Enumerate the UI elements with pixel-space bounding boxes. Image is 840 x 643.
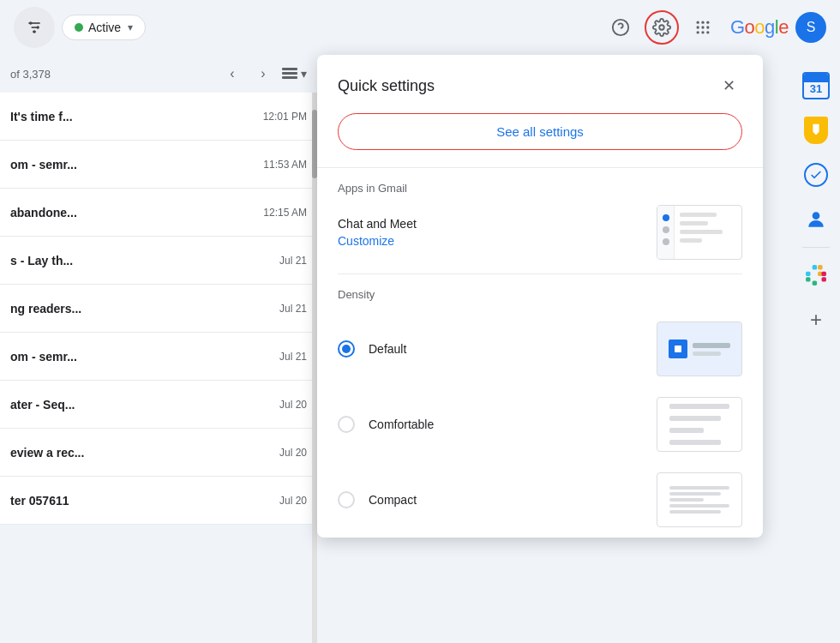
svg-point-8: [659, 25, 664, 30]
settings-button[interactable]: [645, 10, 679, 45]
email-item[interactable]: ater - Seq... Jul 20: [0, 381, 317, 429]
email-sender: om - semr...: [10, 158, 122, 171]
sidebar-divider: [802, 247, 830, 248]
filter-button[interactable]: [14, 7, 55, 48]
calendar-icon: 31: [802, 72, 830, 99]
email-sender: om - semr...: [10, 350, 122, 364]
quick-settings-close-button[interactable]: ✕: [715, 72, 742, 99]
email-sender: s - Lay th...: [10, 254, 122, 267]
email-item[interactable]: It's time f... 12:01 PM: [0, 93, 317, 141]
svg-point-4: [37, 26, 39, 28]
next-page-button[interactable]: ›: [251, 62, 275, 86]
active-label: Active: [88, 21, 121, 34]
email-time: 12:01 PM: [263, 111, 307, 123]
email-time: Jul 20: [279, 495, 307, 507]
keep-icon: [804, 117, 828, 144]
compact-line-5: [669, 510, 721, 514]
apps-section-title: Apps in Gmail: [338, 182, 742, 195]
qs-divider-1: [317, 167, 763, 168]
see-all-settings-button[interactable]: See all settings: [338, 113, 742, 150]
keep-sidebar-button[interactable]: [795, 110, 837, 151]
density-comfortable-preview: [657, 397, 742, 452]
radio-default[interactable]: [338, 340, 355, 358]
apps-grid-button[interactable]: [686, 10, 720, 45]
quick-settings-title: Quick settings: [338, 77, 435, 95]
chat-dot-blue: [663, 214, 669, 221]
chat-line-1: [680, 213, 717, 217]
email-item[interactable]: abandone... 12:15 AM: [0, 189, 317, 237]
active-dot: [75, 23, 83, 32]
radio-comfortable[interactable]: [338, 416, 355, 433]
email-time: Jul 21: [279, 351, 307, 363]
radio-default-fill: [342, 345, 351, 353]
svg-rect-20: [282, 76, 297, 79]
email-time: Jul 21: [279, 303, 307, 315]
email-sender: ng readers...: [10, 302, 122, 315]
chat-line-3: [680, 230, 723, 234]
svg-point-15: [696, 31, 699, 33]
tasks-sidebar-button[interactable]: [795, 154, 837, 195]
svg-point-9: [696, 21, 699, 24]
chat-meet-preview: [657, 205, 742, 260]
email-sender: eview a rec...: [10, 446, 122, 460]
calendar-date: 31: [810, 82, 822, 95]
view-selector[interactable]: ▾: [282, 67, 307, 81]
density-option-comfortable[interactable]: Comfortable: [338, 387, 742, 462]
top-bar: Active ▾ Google S: [0, 0, 840, 55]
density-section: Density Default: [317, 274, 763, 538]
email-time: Jul 20: [279, 399, 307, 411]
page-info: of 3,378: [10, 68, 213, 81]
svg-point-5: [33, 30, 35, 33]
chat-preview-sidebar: [657, 206, 675, 259]
comfortable-line-2: [669, 416, 721, 421]
quick-settings-header: Quick settings ✕: [317, 55, 763, 113]
account-avatar[interactable]: S: [795, 12, 826, 43]
apps-in-gmail-section: Apps in Gmail Chat and Meet Customize: [317, 182, 763, 260]
calendar-sidebar-button[interactable]: 31: [795, 65, 837, 106]
svg-point-13: [701, 26, 704, 28]
email-time: 11:53 AM: [263, 159, 307, 171]
calendar-icon-top: [804, 74, 828, 82]
right-sidebar: 31: [792, 55, 840, 643]
email-item[interactable]: ng readers... Jul 21: [0, 285, 317, 333]
compact-line-3: [669, 498, 704, 502]
email-items: It's time f... 12:01 PM om - semr... 11:…: [0, 93, 317, 643]
help-button[interactable]: [603, 10, 638, 45]
top-bar-left: Active ▾: [14, 7, 597, 48]
email-item[interactable]: ter 057611 Jul 20: [0, 477, 317, 525]
svg-rect-28: [822, 277, 826, 281]
radio-compact[interactable]: [338, 491, 355, 508]
density-option-default[interactable]: Default: [338, 311, 742, 387]
compact-line-1: [669, 486, 729, 490]
active-status-button[interactable]: Active ▾: [62, 15, 146, 40]
svg-point-3: [29, 21, 32, 24]
email-item[interactable]: eview a rec... Jul 20: [0, 429, 317, 477]
svg-point-17: [706, 31, 709, 33]
email-sender: abandone...: [10, 206, 122, 219]
email-list: of 3,378 ‹ › ▾ It's time f... 12:01 PM o…: [0, 55, 317, 643]
svg-rect-26: [813, 281, 817, 285]
svg-point-21: [813, 212, 820, 219]
density-compact-label: Compact: [369, 493, 417, 507]
add-apps-button[interactable]: +: [795, 299, 837, 340]
comfortable-line-1: [669, 404, 729, 409]
contacts-sidebar-button[interactable]: [795, 199, 837, 240]
email-time: Jul 21: [279, 255, 307, 267]
density-option-compact[interactable]: Compact: [338, 462, 742, 538]
svg-rect-30: [675, 346, 681, 352]
email-item[interactable]: om - semr... 11:53 AM: [0, 141, 317, 189]
email-list-header: of 3,378 ‹ › ▾: [0, 55, 317, 93]
email-item[interactable]: s - Lay th... Jul 21: [0, 237, 317, 285]
prev-page-button[interactable]: ‹: [220, 62, 244, 86]
email-sender: ter 057611: [10, 494, 122, 508]
compact-line-4: [669, 504, 729, 508]
customize-link[interactable]: Customize: [338, 234, 417, 248]
chat-line-4: [680, 238, 702, 243]
slack-sidebar-button[interactable]: [795, 255, 837, 296]
svg-rect-29: [822, 272, 826, 276]
svg-point-14: [706, 26, 709, 28]
svg-point-16: [701, 31, 704, 33]
email-item[interactable]: om - semr... Jul 21: [0, 333, 317, 381]
chat-meet-label: Chat and Meet: [338, 217, 417, 231]
density-default-label: Default: [369, 342, 406, 356]
